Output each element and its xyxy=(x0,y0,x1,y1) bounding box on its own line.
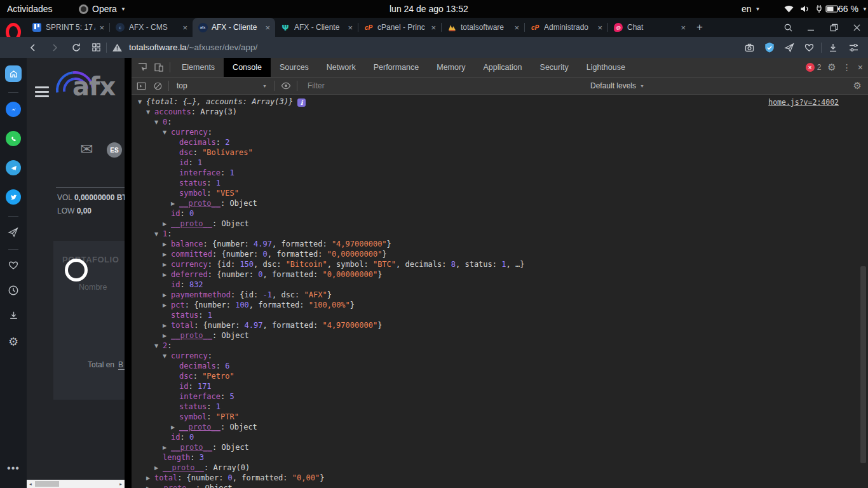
expanded-arrow-icon[interactable]: ▼ xyxy=(154,341,163,351)
language-indicator[interactable]: en ▼ xyxy=(742,0,761,18)
scrollbar-thumb[interactable] xyxy=(35,481,59,487)
my-flow-send-icon[interactable] xyxy=(784,43,795,53)
shield-badge-icon[interactable] xyxy=(764,42,775,53)
url-text[interactable]: totalsoftware.la/~afxuser/dev/app/ xyxy=(129,43,257,52)
collapsed-arrow-icon[interactable]: ▶ xyxy=(163,443,171,452)
browser-tab[interactable]: cPcPanel - Princ× xyxy=(358,18,441,37)
tab-close-icon[interactable]: × xyxy=(265,23,270,32)
browser-tab[interactable]: SPRINT 5: 17 A× xyxy=(27,18,109,37)
collapsed-arrow-icon[interactable]: ▶ xyxy=(163,250,171,259)
collapsed-arrow-icon[interactable]: ▶ xyxy=(154,463,163,473)
inspect-element-icon[interactable] xyxy=(134,62,151,72)
collapsed-arrow-icon[interactable]: ▶ xyxy=(163,260,171,269)
expanded-arrow-icon[interactable]: ▼ xyxy=(146,107,154,117)
devtools-tab-memory[interactable]: Memory xyxy=(428,58,474,77)
maximize-button[interactable] xyxy=(826,24,841,32)
collapsed-arrow-icon[interactable]: ▶ xyxy=(163,270,171,280)
collapsed-arrow-icon[interactable]: ▶ xyxy=(163,321,171,330)
tab-close-icon[interactable]: × xyxy=(681,23,686,32)
back-button[interactable] xyxy=(28,43,38,53)
wifi-icon[interactable] xyxy=(783,0,794,18)
expanded-arrow-icon[interactable]: ▼ xyxy=(154,229,163,239)
device-toolbar-icon[interactable] xyxy=(151,62,167,72)
context-selector[interactable]: top ▼ xyxy=(172,81,272,90)
sidebar-twitter-icon[interactable] xyxy=(6,189,21,205)
collapsed-arrow-icon[interactable]: ▶ xyxy=(163,219,171,229)
battery-charging-icon[interactable] xyxy=(817,0,839,18)
clear-console-icon[interactable] xyxy=(149,81,166,91)
devtools-tab-application[interactable]: Application xyxy=(474,58,531,77)
devtools-tab-elements[interactable]: Elements xyxy=(173,58,224,77)
battery-percentage[interactable]: 66 % ▼ xyxy=(838,0,867,18)
collapsed-arrow-icon[interactable]: ▶ xyxy=(163,331,171,341)
collapsed-arrow-icon[interactable]: ▶ xyxy=(163,290,171,300)
browser-tab[interactable]: cAFX - CMS× xyxy=(110,18,193,37)
browser-tab[interactable]: totalsoftware× xyxy=(442,18,524,37)
mail-icon[interactable]: ✉ xyxy=(80,140,93,158)
devtools-tab-lighthouse[interactable]: Lighthouse xyxy=(578,58,634,77)
sidebar-my-flow-icon[interactable] xyxy=(8,227,19,238)
tab-close-icon[interactable]: × xyxy=(431,23,436,32)
volume-icon[interactable] xyxy=(800,0,810,18)
browser-tab[interactable]: cPAdministrado× xyxy=(525,18,607,37)
sidebar-settings-icon[interactable]: ⚙ xyxy=(8,335,18,348)
console-sidebar-toggle-icon[interactable] xyxy=(133,81,149,91)
tab-close-icon[interactable]: × xyxy=(348,23,353,32)
sidebar-downloads-icon[interactable] xyxy=(8,310,19,321)
menu-hamburger-icon[interactable] xyxy=(35,86,49,100)
expanded-arrow-icon[interactable]: ▼ xyxy=(138,97,146,107)
easy-setup-sliders-icon[interactable] xyxy=(848,43,859,53)
sidebar-whatsapp-icon[interactable] xyxy=(6,131,21,146)
new-tab-button[interactable]: + xyxy=(691,18,709,37)
activities-button[interactable]: Actividades xyxy=(7,0,53,18)
devtools-tab-console[interactable]: Console xyxy=(224,58,271,77)
devtools-menu-icon[interactable]: ⋮ xyxy=(843,62,851,72)
devtools-tab-network[interactable]: Network xyxy=(318,58,365,77)
source-link[interactable]: home.js?v=2:4002 xyxy=(768,97,839,107)
sidebar-telegram-icon[interactable] xyxy=(6,160,21,175)
filter-input[interactable]: Filter xyxy=(308,81,498,90)
devtools-tab-performance[interactable]: Performance xyxy=(365,58,428,77)
devtools-close-icon[interactable]: × xyxy=(858,62,863,72)
browser-tab[interactable]: afxAFX - Cliente× xyxy=(193,18,275,37)
collapsed-arrow-icon[interactable]: ▶ xyxy=(146,484,154,488)
scroll-right-arrow[interactable]: ► xyxy=(117,482,125,486)
site-warning-icon[interactable] xyxy=(112,43,123,52)
error-counter[interactable]: ✕ 2 xyxy=(806,63,822,72)
sidebar-messenger-icon[interactable] xyxy=(6,102,21,117)
sidebar-bookmarks-icon[interactable] xyxy=(8,260,19,271)
devtools-settings-icon[interactable]: ⚙ xyxy=(827,62,836,73)
live-expression-eye-icon[interactable] xyxy=(278,81,294,91)
tab-close-icon[interactable]: × xyxy=(182,23,187,32)
close-window-button[interactable] xyxy=(849,24,864,32)
collapsed-arrow-icon[interactable]: ▶ xyxy=(171,199,179,208)
expanded-arrow-icon[interactable]: ▼ xyxy=(163,351,171,361)
sidebar-history-icon[interactable] xyxy=(8,285,19,296)
forward-button[interactable] xyxy=(50,43,60,53)
collapsed-arrow-icon[interactable]: ▶ xyxy=(163,301,171,310)
sidebar-speed-dial-icon[interactable] xyxy=(5,65,22,82)
bookmark-heart-icon[interactable] xyxy=(804,43,815,53)
console-settings-icon[interactable]: ⚙ xyxy=(853,80,862,92)
devtools-tab-security[interactable]: Security xyxy=(531,58,578,77)
snapshot-camera-icon[interactable] xyxy=(744,43,755,53)
log-levels-dropdown[interactable]: Default levels ▼ xyxy=(590,81,644,90)
scroll-left-arrow[interactable]: ◄ xyxy=(27,482,34,486)
tab-close-icon[interactable]: × xyxy=(597,23,602,32)
language-badge[interactable]: ES xyxy=(107,142,122,158)
info-badge-icon[interactable]: i xyxy=(297,98,306,107)
page-horizontal-scrollbar[interactable]: ◄ ► xyxy=(27,480,125,488)
minimize-button[interactable] xyxy=(803,24,818,31)
browser-tab[interactable]: ΨAFX - Cliente× xyxy=(275,18,358,37)
expanded-arrow-icon[interactable]: ▼ xyxy=(154,118,163,127)
reload-button[interactable] xyxy=(71,43,81,53)
collapsed-arrow-icon[interactable]: ▶ xyxy=(171,423,179,432)
collapsed-arrow-icon[interactable]: ▶ xyxy=(163,240,171,249)
expanded-arrow-icon[interactable]: ▼ xyxy=(163,128,171,137)
speed-dial-grid-icon[interactable] xyxy=(92,43,101,52)
tab-close-icon[interactable]: × xyxy=(99,23,104,32)
currency-select[interactable]: B xyxy=(118,360,125,370)
app-menu-button[interactable]: Opera ▼ xyxy=(79,0,126,18)
download-icon[interactable] xyxy=(828,43,838,53)
collapsed-arrow-icon[interactable]: ▶ xyxy=(146,473,154,483)
